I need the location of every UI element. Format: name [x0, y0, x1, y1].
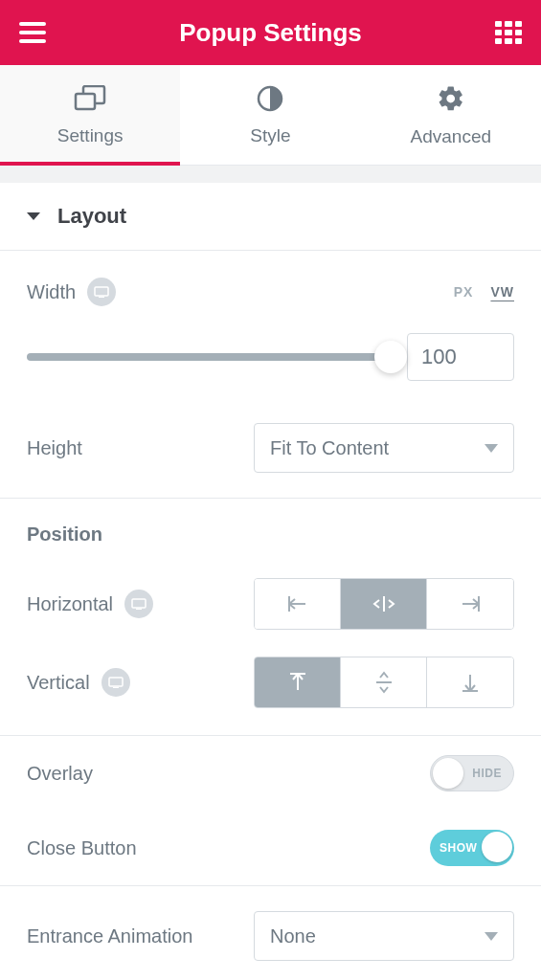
section-header-layout[interactable]: Layout: [0, 183, 541, 250]
tab-style[interactable]: Style: [180, 65, 360, 165]
overlay-toggle[interactable]: HIDE: [430, 755, 514, 791]
svg-rect-0: [76, 94, 95, 109]
apps-icon[interactable]: [495, 21, 522, 44]
spacer: [0, 722, 541, 735]
responsive-icon[interactable]: [101, 668, 130, 697]
select-value: Fit To Content: [270, 437, 389, 459]
close-button-label: Close Button: [27, 837, 137, 859]
svg-rect-11: [109, 678, 123, 686]
toggle-text: SHOW: [440, 841, 477, 855]
svg-rect-4: [132, 599, 146, 608]
align-left-button[interactable]: [255, 579, 341, 629]
slider-thumb[interactable]: [374, 341, 407, 373]
chevron-down-icon: [485, 444, 498, 453]
unit-vw[interactable]: VW: [490, 284, 514, 300]
select-value: None: [270, 925, 316, 947]
control-entrance-animation: Entrance Animation None: [0, 886, 541, 961]
chevron-down-icon: [485, 932, 498, 941]
close-button-toggle[interactable]: SHOW: [430, 830, 514, 866]
horizontal-label: Horizontal: [27, 593, 113, 615]
header: Popup Settings: [0, 0, 541, 65]
overlay-label: Overlay: [27, 763, 93, 785]
height-label: Height: [27, 437, 82, 459]
responsive-icon[interactable]: [124, 590, 153, 618]
control-close-button: Close Button SHOW: [0, 811, 541, 885]
tab-advanced[interactable]: Advanced: [361, 65, 541, 165]
align-center-button[interactable]: [341, 579, 427, 629]
control-width: Width PX VW: [0, 251, 541, 398]
unit-px[interactable]: PX: [454, 284, 474, 300]
svg-rect-2: [95, 287, 108, 296]
responsive-icon[interactable]: [87, 278, 116, 306]
align-top-button[interactable]: [255, 657, 341, 707]
tab-label: Style: [250, 125, 290, 146]
entrance-animation-label: Entrance Animation: [27, 925, 192, 947]
unit-switcher: PX VW: [454, 284, 514, 300]
position-title: Position: [0, 499, 541, 565]
entrance-animation-select[interactable]: None: [254, 911, 514, 961]
align-right-button[interactable]: [427, 579, 513, 629]
width-slider[interactable]: [27, 353, 392, 361]
toggle-knob: [482, 832, 512, 862]
settings-layers-icon: [74, 85, 106, 116]
width-label: Width: [27, 281, 76, 303]
spacer: [0, 166, 541, 183]
width-input[interactable]: [407, 333, 514, 381]
vertical-align-group: [254, 657, 514, 708]
toggle-text: HIDE: [472, 767, 502, 780]
horizontal-align-group: [254, 578, 514, 630]
align-bottom-button[interactable]: [427, 657, 513, 707]
toggle-knob: [433, 758, 463, 789]
vertical-label: Vertical: [27, 672, 90, 694]
caret-down-icon: [27, 212, 40, 220]
page-title: Popup Settings: [46, 18, 495, 48]
tab-settings[interactable]: Settings: [0, 65, 180, 165]
tab-label: Settings: [57, 125, 124, 146]
menu-icon[interactable]: [19, 22, 46, 43]
tabs: Settings Style Advanced: [0, 65, 541, 166]
tab-label: Advanced: [411, 126, 492, 147]
control-overlay: Overlay HIDE: [0, 736, 541, 811]
control-vertical-position: Vertical: [0, 643, 541, 722]
control-height: Height Fit To Content: [0, 398, 541, 498]
align-middle-button[interactable]: [341, 657, 427, 707]
section-title: Layout: [57, 204, 126, 229]
gear-icon: [437, 84, 465, 117]
height-select[interactable]: Fit To Content: [254, 423, 514, 473]
contrast-icon: [257, 85, 283, 116]
control-horizontal-position: Horizontal: [0, 565, 541, 643]
